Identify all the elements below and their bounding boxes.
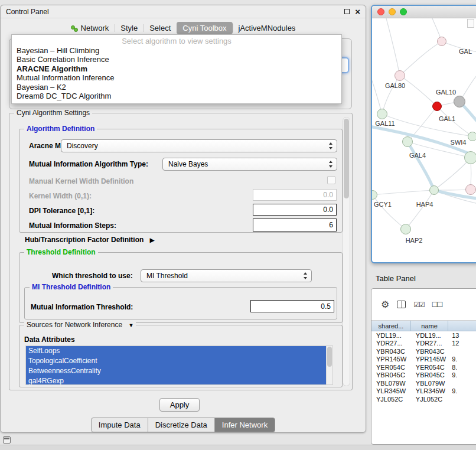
network-node[interactable] (377, 109, 387, 119)
column-header[interactable]: shared... (371, 321, 411, 331)
manual-kernel-width-label: Manual Kernel Width Definition (29, 177, 133, 185)
expand-right-icon: ▶ (150, 237, 155, 243)
sources-expander[interactable]: Sources for Network Inference ▼ (24, 321, 136, 330)
updown-arrows-icon (328, 161, 334, 168)
network-node[interactable] (454, 96, 465, 107)
algorithm-option-bayesian-k2[interactable]: Bayesian – K2 (12, 83, 341, 92)
mi-algorithm-type-label: Mutual Information Algorithm Type: (29, 160, 148, 168)
which-threshold-select[interactable]: MI Threshold (141, 269, 312, 282)
settings-scrollbar[interactable] (343, 117, 350, 386)
kernel-width-field (253, 189, 337, 201)
tab-network[interactable]: Network (65, 22, 115, 34)
close-panel-icon[interactable]: × (355, 7, 360, 16)
table-row[interactable]: YER054CYER054C8. (371, 363, 476, 371)
data-attributes-label: Data Attributes (24, 335, 75, 344)
network-node[interactable] (465, 184, 476, 195)
attribute-item-gal4rgexp[interactable]: gal4RGexp (26, 376, 326, 385)
table-row[interactable]: YDR27...YDR27...12 (371, 340, 476, 348)
table-cell: YDR27... (411, 340, 448, 347)
table-row[interactable]: YLR345WYLR345W9. (371, 387, 476, 396)
expand-down-icon: ▼ (128, 322, 133, 328)
algorithm-option-bayesian-hill-climbing[interactable]: Bayesian – Hill Climbing (12, 46, 341, 56)
group-title: Cyni Algorithm Settings (14, 109, 92, 117)
algorithm-option-dream8-dc-tdc-algorithm[interactable]: Dream8 DC_TDC Algorithm (12, 92, 341, 101)
mi-threshold-definition-group: MI Threshold Definition Mutual Informati… (24, 287, 337, 319)
columns-icon[interactable] (397, 301, 406, 308)
table-row[interactable]: YBR043CYBR043C (371, 347, 476, 356)
table-cell: YPR145W (371, 356, 411, 363)
scrollbar-thumb[interactable] (327, 347, 332, 367)
network-canvas[interactable]: GALGAL80GAL10GAL11GAL1SWI4GAL4GCY1HAP4HA… (372, 18, 476, 262)
network-node[interactable] (437, 37, 446, 46)
table-cell: YDL19... (371, 332, 411, 339)
desktop: Control Panel × NetworkStyleSelectCyni T… (0, 0, 476, 450)
dpi-tolerance-field[interactable] (253, 204, 337, 216)
sources-title: Sources for Network Inference (27, 321, 122, 329)
network-scrollbar[interactable] (467, 19, 474, 28)
attribute-item-betweennesscentrality[interactable]: BetweennessCentrality (26, 366, 326, 376)
table-cell: YLR345W (411, 387, 448, 394)
node-label-gal80: GAL80 (385, 82, 405, 89)
network-view-window: GALGAL80GAL10GAL11GAL1SWI4GAL4GCY1HAP4HA… (371, 5, 476, 263)
node-label-swi4: SWI4 (451, 139, 467, 146)
table-cell: 9. (448, 371, 476, 379)
tab-label: Network (81, 24, 109, 32)
tab-discretize-data[interactable]: Discretize Data (148, 418, 215, 432)
data-attributes-list[interactable]: SelfLoopsTopologicalCoefficientBetweenne… (25, 345, 333, 385)
algorithm-dropdown[interactable]: Select algorithm to view settingsBayesia… (11, 34, 342, 104)
tab-impute-data[interactable]: Impute Data (91, 418, 148, 432)
column-header[interactable]: name (411, 321, 448, 331)
gear-icon[interactable]: ⚙ (381, 300, 389, 309)
threshold-definition-group: Threshold Definition Which threshold to … (19, 252, 343, 323)
list-scrollbar[interactable] (326, 346, 332, 384)
attribute-item-selfloops[interactable]: SelfLoops (26, 346, 326, 356)
network-node[interactable] (395, 70, 405, 81)
tab-select[interactable]: Select (144, 22, 177, 34)
zoom-window-icon[interactable] (400, 8, 407, 15)
scrollbar-thumb[interactable] (344, 119, 349, 198)
network-node[interactable] (464, 151, 476, 164)
select-all-icon[interactable]: ☑☑ (413, 301, 424, 308)
panel-title: Control Panel (6, 8, 49, 16)
mi-threshold-field[interactable] (250, 300, 334, 312)
close-window-icon[interactable] (377, 8, 384, 15)
network-node[interactable] (400, 224, 411, 234)
tab-style[interactable]: Style (115, 22, 144, 34)
node-label-gcy1: GCY1 (374, 201, 392, 208)
table-cell: YDL19... (411, 332, 448, 339)
algorithm-option-aracne-algorithm[interactable]: ARACNE Algorithm (12, 64, 341, 74)
aracne-mode-select[interactable]: Discovery (61, 139, 337, 152)
node-label-hap2: HAP2 (406, 237, 423, 244)
attribute-item-topologicalcoefficient[interactable]: TopologicalCoefficient (26, 356, 326, 366)
hub-definition-expander[interactable]: Hub/Transcription Factor Definition ▶ (25, 236, 154, 244)
table-row[interactable]: YBR045CYBR045C9. (371, 371, 476, 380)
table-row[interactable]: YDL19...YDL19...13 (371, 331, 476, 340)
table-row[interactable]: YJL052CYJL052C (371, 395, 476, 403)
table-cell: 9. (448, 387, 476, 394)
network-node[interactable] (432, 102, 442, 111)
network-node[interactable] (402, 136, 413, 147)
select-none-icon[interactable]: ☐☐ (432, 301, 442, 308)
network-node[interactable] (429, 185, 439, 195)
column-header[interactable] (448, 321, 476, 331)
tab-jactivemnodules[interactable]: jActiveMNodules (233, 22, 302, 34)
table-panel-window: ⚙ ☑☑ ☐☐ shared...name YDL19...YDL19...13… (371, 288, 476, 445)
algorithm-option-basic-correlation-inference[interactable]: Basic Correlation Inference (12, 55, 341, 64)
minimize-window-icon[interactable] (389, 8, 396, 15)
table-cell: YBR045C (371, 371, 411, 379)
tab-cyni-toolbox[interactable]: Cyni Toolbox (177, 22, 232, 34)
tab-label: jActiveMNodules (239, 24, 296, 32)
algorithm-definition-group: Algorithm Definition Aracne Mode: Discov… (19, 129, 343, 233)
mi-steps-field[interactable] (253, 219, 337, 231)
table-cell: 13 (448, 332, 476, 339)
algorithm-option-mutual-information-inference[interactable]: Mutual Information Inference (12, 73, 341, 83)
collapsed-panel-icon[interactable] (3, 436, 11, 444)
table-row[interactable]: YPR145WYPR145W9. (371, 356, 476, 364)
apply-button[interactable]: Apply (159, 398, 200, 412)
mi-algorithm-type-select[interactable]: Naive Bayes (162, 158, 337, 171)
float-window-icon[interactable] (344, 9, 350, 14)
network-node[interactable] (468, 132, 476, 141)
tab-infer-network[interactable]: Infer Network (214, 418, 275, 432)
cyni-bottom-tabs: Impute DataDiscretize DataInfer Network (1, 418, 366, 432)
table-row[interactable]: YBL079WYBL079W (371, 379, 476, 387)
